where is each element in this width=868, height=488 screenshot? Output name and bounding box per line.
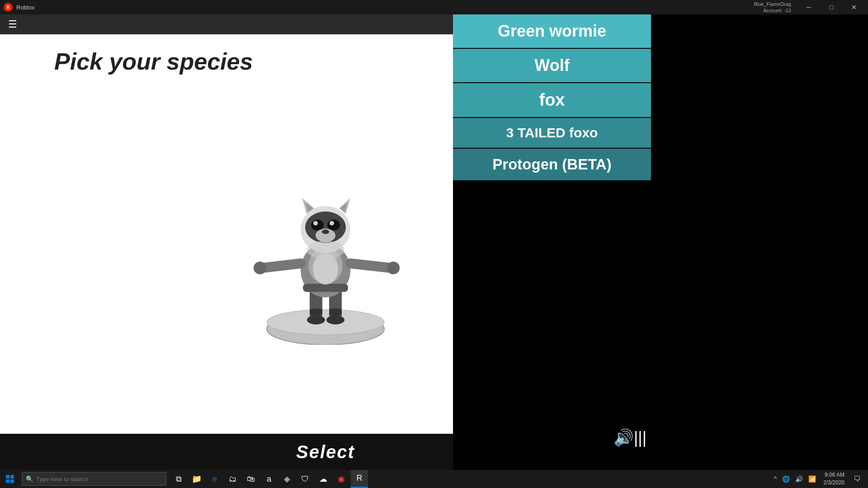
svg-point-24 [313,221,318,225]
wifi-icon[interactable]: 📶 [807,475,818,483]
svg-line-11 [262,263,301,268]
svg-rect-10 [303,284,348,292]
titlebar-right: Blue_FlameDrag Account: -13 ─ □ ✕ [754,0,864,14]
sound-area: 🔊||| [613,428,646,447]
svg-point-22 [311,220,324,230]
taskbar-icons: ⧉ 📁 e 🗂 🛍 a ◆ 🛡 ☁ ◉ R [170,470,368,488]
svg-point-27 [322,230,329,234]
svg-point-23 [327,220,340,230]
app-icon: R [4,3,13,12]
account-label: Account: -13 [763,8,791,13]
dev-button[interactable]: ◆ [278,470,296,488]
volume-icon[interactable]: 🔊||| [613,428,646,447]
system-clock[interactable]: 9:06 AM 2/3/2020 [820,471,848,487]
svg-rect-6 [310,309,322,315]
minimize-button[interactable]: ─ [798,0,819,14]
character-display [240,155,411,345]
search-bar[interactable]: 🔍 [22,472,166,486]
select-button[interactable]: Select [296,442,355,462]
species-item-protogen[interactable]: Protogen (BETA) [453,149,651,181]
species-item-green-wormie[interactable]: Green wormie [453,14,651,49]
svg-rect-7 [329,309,342,315]
chrome-button[interactable]: ◉ [333,470,350,488]
svg-rect-32 [6,479,9,483]
search-input[interactable] [36,476,158,483]
titlebar: R Roblox Blue_FlameDrag Account: -13 ─ □… [0,0,868,14]
account-info: Blue_FlameDrag Account: -13 [754,1,791,14]
maximize-button[interactable]: □ [821,0,842,14]
network-icon[interactable]: 🌐 [780,475,792,483]
species-item-3tailed-foxo[interactable]: 3 TAILED foxo [453,118,651,149]
svg-point-25 [330,221,334,225]
svg-point-4 [307,315,325,324]
svg-point-29 [307,241,344,259]
svg-line-13 [350,263,391,268]
hamburger-menu[interactable]: ☰ [5,17,21,32]
roblox-button[interactable]: R [351,470,368,488]
account-name: Blue_FlameDrag [754,1,791,7]
svg-rect-31 [10,475,14,479]
volume-tray-icon[interactable]: 🔊 [793,475,805,483]
notification-button[interactable]: 🗨 [850,470,864,488]
system-tray: ^ 🌐 🔊 📶 9:06 AM 2/3/2020 🗨 [772,470,868,488]
store-button[interactable]: 🛍 [242,470,259,488]
search-icon: 🔍 [26,475,33,483]
file-explorer-button[interactable]: 📁 [188,470,205,488]
shield-button[interactable]: 🛡 [297,470,314,488]
svg-point-14 [387,262,400,274]
svg-point-5 [326,315,344,324]
right-dark-area [651,14,868,470]
species-item-wolf[interactable]: Wolf [453,49,651,83]
svg-point-12 [254,262,266,274]
species-item-fox[interactable]: fox [453,83,651,118]
start-button[interactable] [0,470,20,488]
task-view-button[interactable]: ⧉ [170,470,187,488]
species-panel: Green wormie Wolf fox 3 TAILED foxo Prot… [453,14,651,470]
svg-point-1 [267,310,384,335]
svg-rect-30 [6,475,9,479]
hidden-icons-button[interactable]: ^ [772,475,779,483]
titlebar-title: Roblox [16,4,34,11]
svg-rect-33 [10,479,14,483]
taskbar: 🔍 ⧉ 📁 e 🗂 🛍 a ◆ 🛡 ☁ ◉ R ^ 🌐 🔊 📶 9:06 AM … [0,470,868,488]
cloud-button[interactable]: ☁ [315,470,332,488]
close-button[interactable]: ✕ [844,0,864,14]
folder-button[interactable]: 🗂 [224,470,241,488]
edge-button[interactable]: e [206,470,223,488]
titlebar-left: R Roblox [4,3,34,12]
amazon-button[interactable]: a [260,470,278,488]
page-title: Pick your species [54,48,253,75]
windows-icon [6,475,14,483]
